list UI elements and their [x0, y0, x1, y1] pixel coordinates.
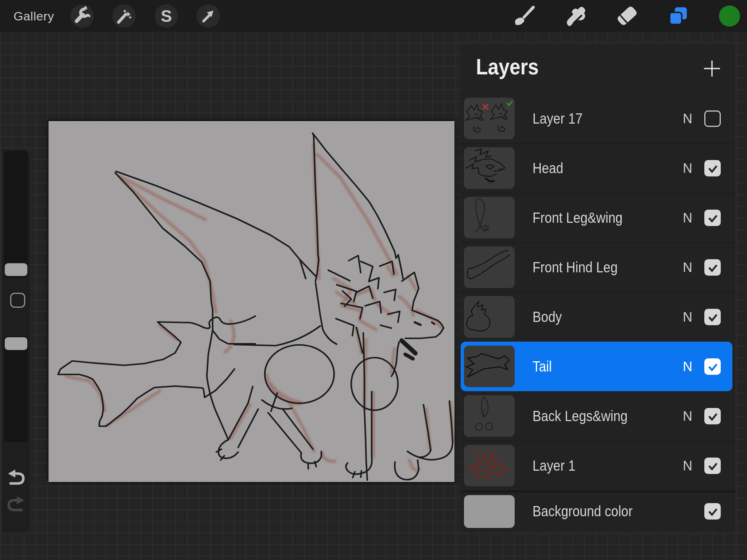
svg-text:S: S	[161, 7, 172, 26]
